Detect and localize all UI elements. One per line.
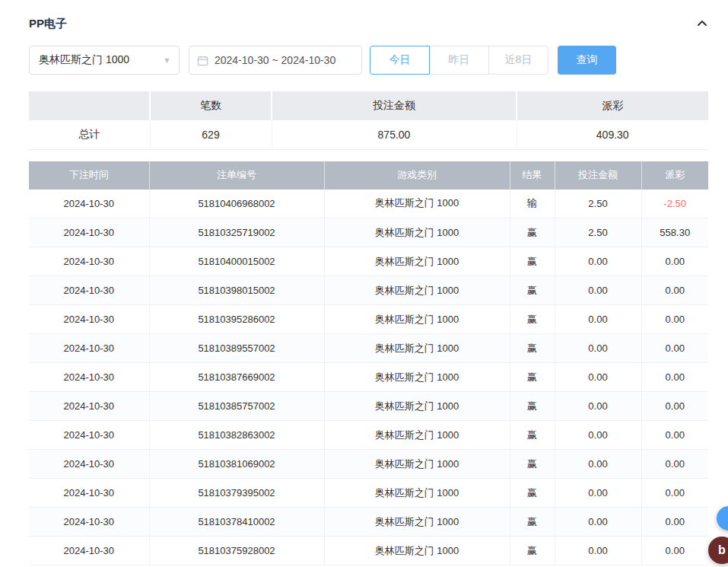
cell-bet-amount: 2.50: [555, 190, 641, 218]
collapse-chevron-up-icon[interactable]: [696, 18, 708, 30]
cell-order-id: 51810387669002: [149, 363, 324, 392]
cell-payout: 558.30: [641, 218, 708, 247]
yesterday-button[interactable]: 昨日: [429, 46, 489, 75]
records-table-body: 2024-10-30 51810406968002 奥林匹斯之门 1000 输 …: [29, 190, 708, 565]
cell-bet-time: 2024-10-30: [29, 421, 149, 450]
today-button[interactable]: 今日: [370, 46, 430, 75]
header-bet-amount: 投注金额: [555, 161, 641, 190]
cell-payout: 0.00: [641, 450, 708, 479]
table-row: 2024-10-30 51810398015002 奥林匹斯之门 1000 赢 …: [29, 276, 708, 305]
cell-bet-amount: 0.00: [555, 537, 641, 565]
cell-game-type: 奥林匹斯之门 1000: [324, 218, 510, 247]
cell-bet-time: 2024-10-30: [29, 247, 149, 276]
quick-date-buttons: 今日 昨日 近8日: [370, 46, 548, 75]
table-row: 2024-10-30 51810400015002 奥林匹斯之门 1000 赢 …: [29, 247, 708, 276]
cell-order-id: 51810375928002: [149, 537, 324, 565]
cell-order-id: 51810378410002: [149, 508, 324, 537]
cell-bet-amount: 0.00: [555, 508, 641, 537]
cell-bet-amount: 0.00: [555, 363, 641, 392]
cell-order-id: 51810382863002: [149, 421, 324, 450]
table-row: 2024-10-30 51810395286002 奥林匹斯之门 1000 赢 …: [29, 305, 708, 334]
summary-header-empty: [29, 91, 150, 120]
cell-payout: 0.00: [641, 479, 708, 508]
summary-header-count: 笔数: [150, 91, 272, 120]
records-table: 下注时间 注单编号 游戏类别 结果 投注金额 派彩 2024-10-30 518…: [29, 161, 708, 566]
cell-bet-time: 2024-10-30: [29, 334, 149, 363]
cell-result: 赢: [510, 450, 555, 479]
cell-payout: 0.00: [641, 247, 708, 276]
game-select-value: 奥林匹斯之门 1000: [39, 53, 129, 67]
cell-payout: 0.00: [641, 421, 708, 450]
date-range-input[interactable]: 2024-10-30 ~ 2024-10-30: [189, 46, 362, 75]
cell-result: 赢: [510, 334, 555, 363]
filter-bar: 奥林匹斯之门 1000 ▼ 2024-10-30 ~ 2024-10-30 今日…: [29, 46, 708, 75]
summary-header-row: 笔数 投注金额 派彩: [29, 91, 708, 120]
table-row: 2024-10-30 51810375928002 奥林匹斯之门 1000 赢 …: [29, 537, 708, 565]
cell-bet-amount: 2.50: [555, 218, 641, 247]
cell-result: 赢: [510, 276, 555, 305]
header-bet-time: 下注时间: [29, 161, 149, 190]
header-game-type: 游戏类别: [324, 161, 510, 190]
cell-game-type: 奥林匹斯之门 1000: [324, 421, 510, 450]
cell-result: 输: [510, 190, 555, 218]
summary-table: 笔数 投注金额 派彩 总计 629 875.00 409.30: [29, 91, 708, 150]
cell-game-type: 奥林匹斯之门 1000: [324, 190, 510, 218]
summary-header-payout: 派彩: [517, 91, 708, 120]
cell-result: 赢: [510, 218, 555, 247]
header-order-id: 注单编号: [149, 161, 324, 190]
panel-header: PP电子: [29, 14, 708, 33]
cell-payout: 0.00: [641, 334, 708, 363]
cell-game-type: 奥林匹斯之门 1000: [324, 508, 510, 537]
cell-result: 赢: [510, 363, 555, 392]
cell-game-type: 奥林匹斯之门 1000: [324, 334, 510, 363]
cell-order-id: 51810406968002: [149, 190, 324, 218]
table-row: 2024-10-30 51810385757002 奥林匹斯之门 1000 赢 …: [29, 392, 708, 421]
cell-bet-time: 2024-10-30: [29, 276, 149, 305]
cell-bet-time: 2024-10-30: [29, 392, 149, 421]
cell-game-type: 奥林匹斯之门 1000: [324, 537, 510, 565]
cell-bet-time: 2024-10-30: [29, 218, 149, 247]
cell-order-id: 51810400015002: [149, 247, 324, 276]
cell-game-type: 奥林匹斯之门 1000: [324, 450, 510, 479]
cell-payout: 0.00: [641, 508, 708, 537]
cell-bet-time: 2024-10-30: [29, 450, 149, 479]
cell-order-id: 51810325719002: [149, 218, 324, 247]
cell-game-type: 奥林匹斯之门 1000: [324, 305, 510, 334]
table-row: 2024-10-30 51810378410002 奥林匹斯之门 1000 赢 …: [29, 508, 708, 537]
table-row: 2024-10-30 51810379395002 奥林匹斯之门 1000 赢 …: [29, 479, 708, 508]
cell-result: 赢: [510, 247, 555, 276]
cell-bet-amount: 0.00: [555, 334, 641, 363]
cell-bet-amount: 0.00: [555, 276, 641, 305]
search-button[interactable]: 查询: [558, 46, 616, 75]
cell-result: 赢: [510, 392, 555, 421]
cell-result: 赢: [510, 421, 555, 450]
cell-result: 赢: [510, 537, 555, 565]
summary-total-payout: 409.30: [517, 120, 708, 149]
cell-bet-time: 2024-10-30: [29, 479, 149, 508]
cell-game-type: 奥林匹斯之门 1000: [324, 247, 510, 276]
cell-bet-time: 2024-10-30: [29, 537, 149, 565]
cell-result: 赢: [510, 508, 555, 537]
game-select[interactable]: 奥林匹斯之门 1000 ▼: [29, 46, 180, 75]
cell-payout: 0.00: [641, 537, 708, 565]
cell-result: 赢: [510, 305, 555, 334]
header-payout: 派彩: [641, 161, 708, 190]
cell-payout: 0.00: [641, 392, 708, 421]
cell-bet-time: 2024-10-30: [29, 305, 149, 334]
chevron-down-icon: ▼: [163, 56, 171, 65]
header-result: 结果: [510, 161, 555, 190]
cell-order-id: 51810379395002: [149, 479, 324, 508]
cell-game-type: 奥林匹斯之门 1000: [324, 276, 510, 305]
cell-payout: 0.00: [641, 305, 708, 334]
cell-payout: 0.00: [641, 276, 708, 305]
cell-bet-time: 2024-10-30: [29, 363, 149, 392]
cell-order-id: 51810398015002: [149, 276, 324, 305]
panel-title: PP电子: [29, 17, 67, 31]
table-row: 2024-10-30 51810389557002 奥林匹斯之门 1000 赢 …: [29, 334, 708, 363]
cell-bet-amount: 0.00: [555, 247, 641, 276]
cell-bet-amount: 0.00: [555, 421, 641, 450]
last-8-days-button[interactable]: 近8日: [488, 46, 548, 75]
cell-game-type: 奥林匹斯之门 1000: [324, 363, 510, 392]
cell-order-id: 51810395286002: [149, 305, 324, 334]
cell-order-id: 51810389557002: [149, 334, 324, 363]
